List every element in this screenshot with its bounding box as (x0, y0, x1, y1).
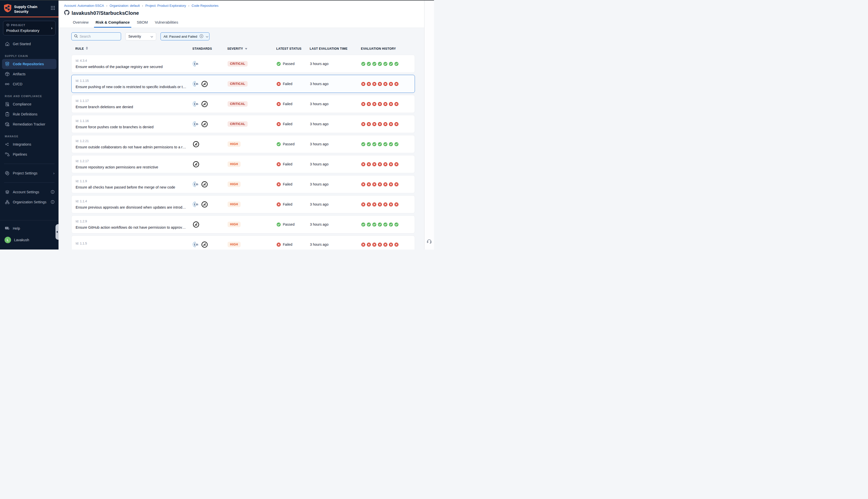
sidebar-item-compliance[interactable]: Compliance (2, 99, 57, 109)
breadcrumb-item[interactable]: Organization: default (109, 4, 140, 8)
breadcrumb-item[interactable]: Project: Product Exploratory (145, 4, 186, 8)
evaluation-fail-icon (361, 202, 365, 207)
sidebar-item-artifacts[interactable]: Artifacts (2, 69, 57, 79)
help-chat-icon: ? (4, 226, 10, 231)
latest-status-cell: Passed (277, 142, 310, 146)
latest-status-cell: Failed (277, 182, 310, 186)
evaluation-fail-icon (361, 122, 365, 126)
tab-vulnerabilities[interactable]: Vulnerabilities (155, 20, 179, 28)
latest-status-cell: Failed (277, 202, 310, 207)
evaluation-pass-icon (394, 62, 399, 66)
info-icon[interactable] (51, 200, 55, 204)
rule-sort-icon[interactable] (86, 46, 88, 51)
standards-cell: CIS (193, 241, 228, 248)
support-headset-icon[interactable] (426, 238, 432, 245)
user-name: Lavakush (14, 238, 29, 242)
table-row[interactable]: Id: 1.1.5CISHIGHFailed3 hours ago (71, 235, 415, 250)
sidebar-item-project-settings[interactable]: Project Settings › (2, 168, 57, 178)
sidebar-item-help[interactable]: ? Help (2, 223, 57, 234)
last-evaluation-time: 3 hours ago (310, 202, 361, 206)
sidebar-item-account-settings[interactable]: Account Settings (2, 187, 57, 197)
sidebar-item-organization-settings[interactable]: Organization Settings (2, 197, 57, 207)
evaluation-fail-icon (378, 182, 382, 186)
evaluation-fail-icon (389, 82, 393, 86)
latest-status-cell: Passed (277, 222, 310, 227)
rule-text: Ensure pushing of new code is restricted… (76, 85, 193, 89)
severity-filter-dropdown[interactable]: Severity (125, 32, 156, 40)
status-failed-icon (277, 102, 281, 106)
rule-id: Id: 1.1.16 (76, 119, 193, 123)
last-evaluation-time: 3 hours ago (310, 62, 361, 66)
evaluation-history (361, 122, 415, 126)
svg-text:?: ? (6, 227, 7, 229)
evaluation-fail-icon (361, 102, 365, 106)
evaluation-history (361, 242, 415, 247)
sidebar-item-remediation-tracker[interactable]: Remediation Tracker (2, 119, 57, 129)
sidebar-item-pipelines[interactable]: Pipelines (2, 149, 57, 159)
column-header-last-evaluation-time: LAST EVALUATION TIME (310, 47, 348, 50)
sidebar-item-ci-cd[interactable]: CI/CD (2, 79, 57, 89)
project-selector[interactable]: PROJECT Product Exploratory › (3, 21, 56, 35)
cis-badge: CIS (193, 81, 199, 87)
sidebar-collapse-handle[interactable] (56, 224, 59, 240)
search-box (71, 32, 121, 40)
integrations-icon (4, 142, 10, 147)
sidebar-item-rule-definitions[interactable]: Rule Definitions (2, 109, 57, 119)
main-area: Account: Automation-SSCA›Organization: d… (59, 0, 424, 250)
sidebar-section-label: MANAGE (5, 135, 59, 138)
clear-filter-icon[interactable] (200, 34, 203, 39)
evaluation-history (361, 182, 415, 186)
table-row[interactable]: Id: 1.2.21Ensure outside collaborators d… (71, 135, 415, 153)
table-row[interactable]: Id: 1.1.9Ensure all checks have passed b… (71, 175, 415, 193)
table-row[interactable]: Id: 1.1.16Ensure force pushes code to br… (71, 115, 415, 133)
status-filter-label: All: Passed and Failed (164, 35, 197, 38)
rule-text: Ensure branch deletions are denied (76, 105, 193, 109)
evaluation-pass-icon (389, 62, 393, 66)
status-failed-icon (277, 202, 281, 207)
table-row[interactable]: Id: 1.1.17Ensure branch deletions are de… (71, 95, 415, 113)
cis-badge: CIS (193, 101, 199, 107)
severity-sort-desc-icon[interactable] (245, 47, 248, 50)
breadcrumb-item[interactable]: Account: Automation-SSCA (64, 4, 104, 8)
cis-badge: CIS (193, 201, 199, 208)
tab-overview[interactable]: Overview (72, 20, 89, 28)
search-input[interactable] (80, 34, 118, 38)
latest-status-cell: Failed (277, 82, 310, 86)
status-failed-icon (277, 82, 281, 86)
sidebar-item-label: Code Repositories (13, 62, 44, 66)
sidebar-item-integrations[interactable]: Integrations (2, 139, 57, 149)
last-evaluation-time: 3 hours ago (310, 122, 361, 126)
table-row[interactable]: Id: 4.3.4Ensure webhooks of the package … (71, 55, 415, 73)
rules-table-body: Id: 4.3.4Ensure webhooks of the package … (71, 55, 415, 250)
breadcrumb-item[interactable]: Code Repositories (192, 4, 218, 8)
evaluation-history (361, 62, 415, 66)
info-icon[interactable] (51, 190, 55, 194)
evaluation-fail-icon (361, 182, 365, 186)
evaluation-pass-icon (394, 142, 399, 146)
svg-text:CIS: CIS (194, 83, 198, 85)
owasp-badge (201, 201, 208, 208)
evaluation-pass-icon (389, 222, 393, 227)
table-row[interactable]: Id: 1.2.9Ensure GitHub action workflows … (71, 215, 415, 233)
project-label: PROJECT (11, 24, 25, 27)
sidebar-item-user[interactable]: L Lavakush (2, 234, 57, 246)
doc-search-icon (4, 101, 10, 107)
tab-risk-compliance[interactable]: Risk & Compliance (95, 20, 130, 28)
latest-status-cell: Failed (277, 242, 310, 247)
evaluation-fail-icon (361, 162, 365, 167)
evaluation-fail-icon (378, 242, 382, 247)
sidebar-item-get-started[interactable]: Get Started (2, 39, 57, 49)
table-row[interactable]: Id: 1.2.17Ensure repository action permi… (71, 155, 415, 173)
sidebar-item-code-repositories[interactable]: Code Repositories (2, 59, 57, 69)
cis-badge: CIS (193, 121, 199, 127)
module-switcher-icon[interactable] (51, 4, 55, 11)
status-label: Passed (283, 222, 294, 227)
search-icon (74, 34, 78, 39)
latest-status-cell: Failed (277, 162, 310, 167)
table-row[interactable]: Id: 1.1.15Ensure pushing of new code is … (71, 75, 415, 93)
rule-id: Id: 1.1.9 (76, 180, 193, 183)
status-filter-dropdown[interactable]: All: Passed and Failed (160, 32, 209, 40)
table-row[interactable]: Id: 1.1.4Ensure previous approvals are d… (71, 195, 415, 214)
sidebar-item-label: Artifacts (13, 72, 26, 76)
tab-sbom[interactable]: SBOM (136, 20, 148, 28)
